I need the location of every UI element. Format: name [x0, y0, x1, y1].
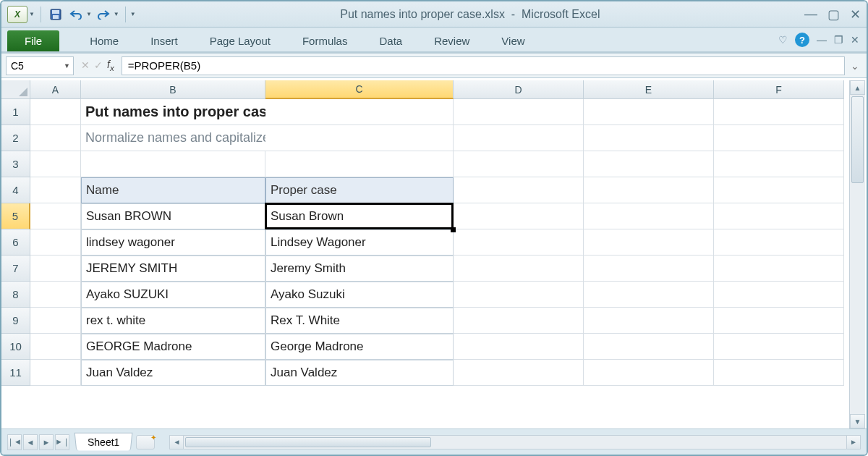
cell[interactable]: [30, 125, 81, 151]
table-cell[interactable]: rex t. white: [81, 308, 265, 334]
column-header-c[interactable]: C: [265, 80, 454, 99]
cell[interactable]: [714, 203, 844, 229]
cell[interactable]: [454, 360, 584, 386]
cell[interactable]: [584, 282, 714, 308]
scroll-down-button[interactable]: ▼: [850, 414, 865, 428]
save-button[interactable]: [47, 7, 64, 22]
redo-button[interactable]: [95, 7, 112, 22]
excel-icon[interactable]: X: [7, 6, 27, 23]
cell[interactable]: [584, 360, 714, 386]
row-header-4[interactable]: 4: [1, 177, 30, 203]
row-header-6[interactable]: 6: [1, 229, 30, 256]
row-header-2[interactable]: 2: [1, 125, 30, 151]
cell[interactable]: [30, 360, 81, 386]
enter-formula-icon[interactable]: ✓: [94, 59, 103, 71]
name-box[interactable]: C5▼: [6, 56, 74, 75]
cell[interactable]: [454, 125, 584, 151]
cell[interactable]: [584, 203, 714, 229]
next-sheet-button[interactable]: ►: [39, 434, 54, 450]
cell[interactable]: [454, 177, 584, 203]
cell[interactable]: [584, 256, 714, 282]
workbook-close-icon[interactable]: ✕: [851, 34, 859, 46]
cell[interactable]: [30, 177, 81, 203]
tab-insert[interactable]: Insert: [135, 30, 194, 51]
cell-subtitle[interactable]: Normalize names and capitalize first let…: [81, 125, 265, 151]
hscroll-thumb[interactable]: [185, 437, 431, 447]
row-header-8[interactable]: 8: [1, 282, 30, 308]
table-cell[interactable]: Ayako Suzuki: [265, 282, 454, 308]
cell[interactable]: [454, 229, 584, 256]
cell[interactable]: [584, 177, 714, 203]
row-header-5[interactable]: 5: [1, 203, 30, 229]
table-cell[interactable]: Lindsey Wagoner: [265, 229, 454, 256]
expand-formula-bar-icon[interactable]: ⌄: [848, 60, 862, 72]
cell-title[interactable]: Put names into proper case: [81, 99, 265, 125]
scroll-up-button[interactable]: ▲: [850, 80, 865, 95]
workbook-minimize-icon[interactable]: ―: [817, 34, 827, 46]
scroll-right-button[interactable]: ►: [846, 435, 861, 449]
tab-view[interactable]: View: [485, 30, 540, 51]
cell[interactable]: [584, 229, 714, 256]
horizontal-scrollbar[interactable]: ◄ ►: [169, 435, 861, 449]
scroll-left-button[interactable]: ◄: [169, 435, 184, 449]
table-header-proper[interactable]: Proper case: [265, 177, 454, 203]
redo-dropdown-icon[interactable]: ▼: [114, 11, 119, 17]
table-cell[interactable]: GEORGE Madrone: [81, 334, 265, 360]
qat-menu-dropdown-icon[interactable]: ▼: [29, 11, 35, 17]
column-header-b[interactable]: B: [81, 80, 265, 99]
cell[interactable]: [454, 282, 584, 308]
last-sheet-button[interactable]: ►❘: [55, 434, 69, 450]
fill-handle[interactable]: [451, 227, 456, 232]
close-button[interactable]: ✕: [850, 7, 861, 22]
maximize-button[interactable]: ▢: [827, 7, 840, 22]
cell[interactable]: [30, 282, 81, 308]
tab-page-layout[interactable]: Page Layout: [194, 30, 286, 51]
table-cell[interactable]: lindsey wagoner: [81, 229, 265, 256]
row-header-1[interactable]: 1: [1, 99, 30, 125]
table-cell[interactable]: JEREMY SMITH: [81, 256, 265, 282]
row-header-10[interactable]: 10: [1, 334, 30, 360]
cell[interactable]: [714, 256, 844, 282]
cell[interactable]: [584, 151, 714, 177]
formula-bar[interactable]: =PROPER(B5): [122, 56, 845, 75]
table-cell[interactable]: Jeremy Smith: [265, 256, 454, 282]
cell[interactable]: [714, 151, 844, 177]
table-cell[interactable]: Juan Valdez: [265, 360, 454, 386]
undo-dropdown-icon[interactable]: ▼: [86, 11, 92, 17]
cell[interactable]: [30, 203, 81, 229]
workbook-restore-icon[interactable]: ❐: [834, 34, 843, 46]
worksheet-grid[interactable]: A B C D E F 1 Put names into proper case…: [1, 80, 867, 428]
cell[interactable]: [30, 99, 81, 125]
cell[interactable]: [714, 360, 844, 386]
cell[interactable]: [454, 256, 584, 282]
active-cell[interactable]: Susan Brown: [265, 203, 454, 229]
table-cell[interactable]: Ayako SUZUKI: [81, 282, 265, 308]
cell[interactable]: [584, 308, 714, 334]
cell[interactable]: [454, 334, 584, 360]
cell[interactable]: [454, 203, 584, 229]
help-icon[interactable]: ?: [795, 33, 809, 47]
cell[interactable]: [714, 125, 844, 151]
cell[interactable]: [81, 151, 265, 177]
cell[interactable]: [30, 334, 81, 360]
column-header-e[interactable]: E: [584, 80, 714, 99]
cell[interactable]: [30, 229, 81, 256]
cancel-formula-icon[interactable]: ✕: [81, 59, 90, 71]
undo-button[interactable]: [67, 7, 85, 22]
prev-sheet-button[interactable]: ◄: [23, 434, 38, 450]
cell[interactable]: [584, 99, 714, 125]
cell[interactable]: [454, 99, 584, 125]
table-cell[interactable]: Juan Valdez: [81, 360, 265, 386]
select-all-button[interactable]: [1, 80, 30, 99]
table-header-name[interactable]: Name: [81, 177, 265, 203]
cell[interactable]: [30, 151, 81, 177]
table-cell[interactable]: Susan BROWN: [81, 203, 265, 229]
cell[interactable]: [454, 151, 584, 177]
sheet-tab[interactable]: Sheet1: [75, 433, 133, 451]
scroll-thumb[interactable]: [851, 96, 864, 183]
minimize-button[interactable]: ―: [804, 7, 817, 22]
row-header-7[interactable]: 7: [1, 256, 30, 282]
cell[interactable]: [714, 334, 844, 360]
new-sheet-button[interactable]: [136, 435, 155, 449]
tab-home[interactable]: Home: [74, 30, 135, 51]
